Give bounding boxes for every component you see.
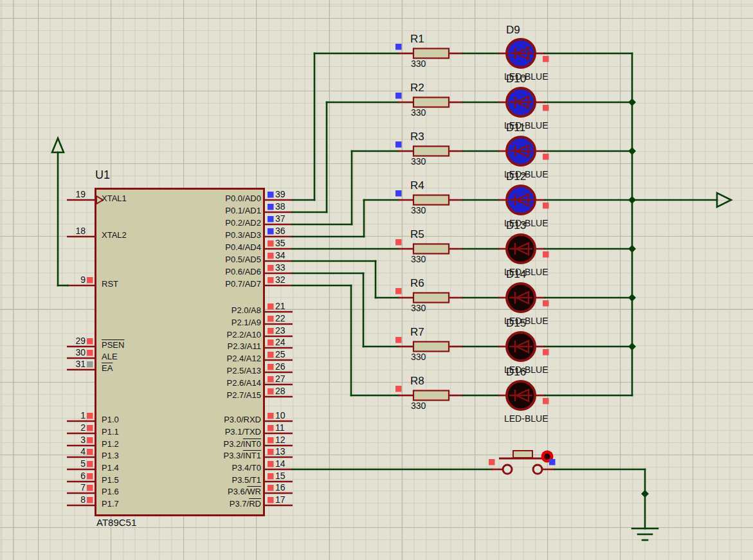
pin-name: EA <box>102 364 113 373</box>
logic-state-indicator <box>268 216 274 222</box>
pin-number: 23 <box>275 326 286 336</box>
pin-number: 14 <box>275 459 286 469</box>
logic-state-indicator <box>87 485 93 491</box>
power-terminal-arrow <box>52 138 64 152</box>
logic-state-indicator <box>268 473 274 480</box>
pin-name: P1.0 <box>102 415 119 424</box>
pin-number: 8 <box>53 495 86 505</box>
pin-name: P3.1/TXD <box>129 428 261 437</box>
pin-name: P3.4/T0 <box>129 464 261 473</box>
logic-state-indicator <box>268 413 274 419</box>
resistor-body[interactable] <box>413 244 449 254</box>
pin-number: 39 <box>275 190 286 199</box>
led-ref-label: D10 <box>506 73 526 85</box>
logic-state-indicator <box>268 376 274 383</box>
pin-number: 7 <box>53 483 86 492</box>
logic-state-indicator <box>395 141 402 148</box>
logic-state-indicator <box>268 240 274 247</box>
logic-state-indicator <box>87 473 93 480</box>
pin-name: PSEN <box>102 341 124 350</box>
pin-number: 16 <box>275 483 286 492</box>
chip-part-label: AT89C51 <box>96 518 136 528</box>
resistor-ref-label: R5 <box>410 229 424 240</box>
logic-state-indicator <box>87 497 93 503</box>
pin-name: P3.0/RXD <box>129 415 261 424</box>
led-ref-label: D13 <box>506 220 526 231</box>
resistor-value-label: 330 <box>411 401 426 411</box>
pin-number: 37 <box>275 214 286 224</box>
logic-state-indicator <box>87 413 93 419</box>
resistor-value-label: 330 <box>411 255 426 264</box>
pin-number: 25 <box>275 350 286 359</box>
logic-state-indicator <box>268 425 274 431</box>
wire-junction <box>641 490 649 498</box>
pin-name: P1.4 <box>102 464 119 473</box>
logic-state-indicator <box>543 56 549 62</box>
pin-number: 2 <box>53 423 86 433</box>
pin-number: 10 <box>275 411 286 420</box>
logic-state-indicator <box>395 190 402 197</box>
logic-state-indicator <box>395 93 402 99</box>
pin-name: P0.5/AD5 <box>129 255 261 264</box>
wire-junction <box>628 343 636 350</box>
led-ref-label: D12 <box>506 171 526 183</box>
schematic-canvas: U1 AT89C51 19XTAL118XTAL29RST29PSEN30ALE… <box>0 0 753 560</box>
pin-number: 21 <box>275 302 286 311</box>
logic-state-indicator <box>268 497 274 503</box>
pin-number: 17 <box>275 495 286 505</box>
logic-state-indicator <box>543 203 549 209</box>
wire-junction <box>628 98 636 106</box>
pin-number: 12 <box>275 435 286 445</box>
pin-number: 22 <box>275 314 286 323</box>
resistor-ref-label: R1 <box>410 33 424 45</box>
resistor-body[interactable] <box>413 391 449 401</box>
logic-state-indicator <box>268 449 274 455</box>
logic-state-indicator <box>268 437 274 444</box>
logic-state-indicator <box>268 192 274 198</box>
logic-state-indicator <box>268 485 274 491</box>
pin-number: 36 <box>275 226 286 236</box>
pin-name: P2.7/A15 <box>129 391 261 400</box>
resistor-body[interactable] <box>413 147 449 156</box>
chip-ref-label: U1 <box>95 169 110 181</box>
logic-state-indicator <box>87 361 93 368</box>
logic-state-indicator <box>87 350 93 356</box>
resistor-value-label: 330 <box>411 303 426 313</box>
logic-state-indicator <box>395 239 402 246</box>
resistor-body[interactable] <box>413 195 449 205</box>
logic-state-indicator <box>268 388 274 395</box>
resistor-value-label: 330 <box>411 352 426 362</box>
button-cap[interactable] <box>513 451 532 458</box>
logic-state-indicator <box>268 265 274 271</box>
pin-name: P0.0/AD0 <box>129 194 261 203</box>
resistor-body[interactable] <box>413 342 449 352</box>
logic-state-indicator <box>543 300 549 307</box>
logic-state-indicator <box>268 461 274 467</box>
logic-state-indicator <box>268 352 274 358</box>
resistor-ref-label: R6 <box>410 278 424 289</box>
pin-number: 28 <box>275 386 286 396</box>
logic-state-indicator <box>87 449 93 455</box>
resistor-body[interactable] <box>413 98 449 107</box>
pin-name: P0.1/AD1 <box>129 206 261 215</box>
resistor-body[interactable] <box>413 49 449 59</box>
logic-state-indicator <box>268 277 274 284</box>
pin-number: 13 <box>275 447 286 456</box>
logic-state-indicator <box>543 349 549 356</box>
button-contact <box>503 465 512 474</box>
logic-state-indicator <box>543 105 549 111</box>
led-ref-label: D9 <box>506 24 520 36</box>
pin-name: P1.2 <box>102 440 119 449</box>
pin-name: XTAL1 <box>102 194 127 203</box>
pin-number: 27 <box>275 374 286 384</box>
button-contact <box>533 465 542 474</box>
logic-state-indicator <box>268 253 274 259</box>
pin-name: P1.1 <box>102 428 119 437</box>
pin-name: P1.5 <box>102 476 119 485</box>
pin-name: ALE <box>102 352 118 361</box>
pin-number: 19 <box>53 190 86 199</box>
resistor-body[interactable] <box>413 293 449 303</box>
output-terminal-arrow <box>717 193 731 207</box>
logic-state-indicator <box>489 459 495 465</box>
pin-number: 32 <box>275 275 286 285</box>
